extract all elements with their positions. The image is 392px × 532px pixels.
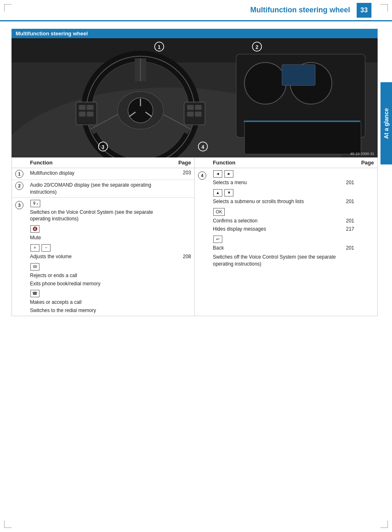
row-num-cell: 4 — [195, 168, 210, 269]
mute-icon: 🔇 — [30, 225, 39, 233]
row-page-cell — [357, 168, 377, 269]
arrow-up-icon: ▲ — [213, 189, 222, 197]
right-col-page-header: Page — [357, 157, 377, 168]
row-page-cell: 203 — [175, 168, 194, 180]
accept-call-icon: ☎ — [30, 290, 39, 297]
main-content: Multifunction steering wheel — [12, 21, 378, 324]
num-circle-4: 4 — [198, 171, 206, 180]
corner-mark-br — [380, 520, 388, 528]
num-circle-1: 1 — [15, 170, 23, 178]
vol-plus-icon: + — [30, 244, 39, 252]
svg-rect-18 — [79, 105, 85, 110]
svg-rect-26 — [195, 111, 202, 116]
voice-control-icon: 🎙ₙ — [30, 200, 40, 207]
svg-rect-31 — [244, 121, 361, 154]
svg-rect-24 — [187, 111, 194, 116]
left-col-func-header: Function — [27, 157, 175, 168]
left-col-num-header — [12, 157, 27, 168]
image-credit: 46-10-3390-31 — [350, 152, 374, 156]
right-table: Function Page 4 ◄ ► — [195, 157, 377, 316]
row-num-cell: 3 — [12, 197, 27, 316]
svg-text:3: 3 — [101, 144, 104, 150]
svg-rect-40 — [244, 121, 360, 122]
end-call-icon: ☎ — [30, 263, 39, 271]
svg-rect-23 — [187, 105, 194, 110]
row-func-cell: Multifunction display — [27, 168, 175, 180]
left-function-table: Function Page 1 Multifunction display 20… — [12, 157, 194, 316]
svg-point-28 — [244, 62, 286, 104]
row-page-cell — [175, 180, 194, 198]
right-function-table: Function Page 4 ◄ ► — [195, 157, 377, 269]
row-func-cell: Audio 20/COMAND display (see the separat… — [27, 180, 175, 198]
back-button-icon: ↩ — [213, 236, 222, 243]
left-col-page-header: Page — [175, 157, 194, 168]
svg-rect-19 — [79, 111, 85, 116]
svg-rect-30 — [282, 65, 315, 86]
row-num-cell: 1 — [12, 168, 27, 180]
svg-rect-20 — [87, 105, 93, 110]
svg-rect-21 — [87, 111, 93, 116]
arrow-right-icon: ► — [224, 170, 233, 178]
page-number: 33 — [357, 3, 371, 18]
page-title: Multifunction steering wheel — [250, 6, 350, 14]
table-row: 3 🎙ₙ Switches on the Voice Control Syste… — [12, 197, 194, 316]
vol-minus-icon: − — [42, 244, 51, 252]
side-label: At a glance — [380, 82, 392, 164]
section-heading: Multifunction steering wheel — [12, 29, 378, 38]
row-func-cell: ◄ ► Selects a menu 201 ▲ ▼ — [210, 168, 357, 269]
row-page-cell: 208 — [175, 197, 194, 316]
table-row: 4 ◄ ► Selects a menu 201 — [195, 168, 377, 269]
table-row: 2 Audio 20/COMAND display (see the separ… — [12, 180, 194, 198]
corner-mark-bl — [4, 520, 12, 528]
right-col-func-header: Function — [210, 157, 357, 168]
svg-rect-25 — [195, 105, 202, 110]
num-circle-2: 2 — [15, 182, 23, 190]
top-header: Multifunction steering wheel 33 — [0, 0, 392, 21]
table-row: 1 Multifunction display 203 — [12, 168, 194, 180]
svg-text:1: 1 — [158, 44, 161, 50]
arrow-left-icon: ◄ — [213, 170, 222, 178]
svg-text:2: 2 — [256, 44, 258, 50]
left-table: Function Page 1 Multifunction display 20… — [12, 157, 195, 316]
arrow-down-icon: ▼ — [224, 189, 233, 197]
tables-container: Function Page 1 Multifunction display 20… — [12, 157, 378, 316]
side-label-text: At a glance — [383, 108, 390, 139]
num-circle-3: 3 — [15, 201, 23, 209]
svg-text:4: 4 — [201, 144, 204, 150]
ok-button-icon: OK — [213, 208, 225, 216]
row-func-cell: 🎙ₙ Switches on the Voice Control System … — [27, 197, 175, 316]
steering-wheel-image: 1 2 3 4 46-10-3390-31 — [12, 38, 378, 157]
row-num-cell: 2 — [12, 180, 27, 198]
right-col-num-header — [195, 157, 210, 168]
